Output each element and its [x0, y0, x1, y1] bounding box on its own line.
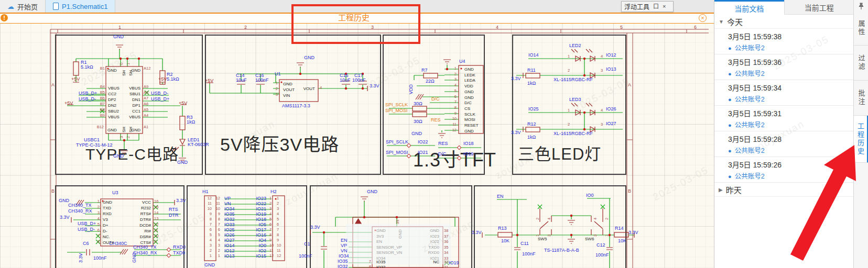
side-tab-3[interactable]: 批注: [854, 81, 868, 116]
document-tab[interactable]: P1.Schematic1: [46, 0, 115, 13]
history-item[interactable]: 3月5日 15:59:26●公共账号2: [714, 157, 854, 183]
eda-application-window: ☁开始页P1.Schematic1 浮动工具 口 × ! ×: [0, 0, 868, 268]
history-group-label: 昨天: [726, 184, 742, 195]
document-tab-label: 开始页: [17, 2, 38, 12]
document-tab[interactable]: ☁开始页: [0, 0, 46, 13]
document-tab-bar: ☁开始页P1.Schematic1: [0, 0, 714, 13]
history-item-author: ●公共账号2: [728, 119, 854, 129]
history-item-timestamp: 3月5日 15:59:31: [728, 108, 854, 118]
bullet-icon: ●: [728, 148, 732, 154]
alert-bar: ! ×: [0, 13, 714, 24]
restore-icon[interactable]: 口: [653, 4, 659, 9]
history-item-timestamp: 3月5日 15:59:26: [728, 159, 854, 170]
history-item-timestamp: 3月5日 15:59:36: [728, 57, 854, 67]
bullet-icon: ●: [728, 173, 732, 180]
panel-tab[interactable]: 当前工程: [784, 0, 854, 15]
history-item[interactable]: 3月5日 15:59:38●公共账号2: [714, 29, 854, 54]
side-tab-4[interactable]: 工程历史: [854, 116, 868, 163]
close-icon[interactable]: ×: [663, 4, 666, 9]
history-item-author: ●公共账号2: [728, 42, 854, 52]
history-item-timestamp: 3月5日 15:59:34: [728, 82, 854, 93]
history-panel: 当前文档当前工程 ▼今天3月5日 15:59:38●公共账号23月5日 15:5…: [714, 0, 854, 268]
alert-close-icon[interactable]: ×: [699, 14, 707, 22]
bullet-icon: ●: [728, 122, 732, 128]
cloud-icon: ☁: [7, 3, 14, 10]
floating-toolbar[interactable]: 浮动工具 口 ×: [621, 1, 674, 12]
history-panel-tabs: 当前文档当前工程: [714, 0, 854, 15]
history-group-header[interactable]: ▼今天: [714, 15, 854, 29]
side-tab-strip: 属性过滤批注工程历史: [853, 0, 868, 268]
bullet-icon: ●: [728, 71, 732, 77]
history-item[interactable]: 3月5日 15:59:31●公共账号2: [714, 106, 854, 131]
history-item-author: ●公共账号2: [728, 94, 854, 104]
schematic-canvas[interactable]: [0, 22, 714, 268]
history-item[interactable]: 3月5日 15:59:36●公共账号2: [714, 54, 854, 80]
history-item-author: ●公共账号2: [728, 145, 854, 155]
file-icon: [53, 3, 59, 10]
history-item[interactable]: 3月5日 15:59:34●公共账号2: [714, 80, 854, 106]
history-group-header[interactable]: ▶昨天: [714, 183, 854, 197]
history-item-author: ●公共账号2: [728, 171, 854, 181]
bullet-icon: ●: [728, 96, 732, 103]
history-list: ▼今天3月5日 15:59:38●公共账号23月5日 15:59:36●公共账号…: [714, 15, 854, 197]
pin-icon[interactable]: [858, 3, 864, 10]
history-item-timestamp: 3月5日 15:59:28: [728, 133, 854, 144]
history-item-author: ●公共账号2: [728, 68, 854, 78]
history-item-timestamp: 3月5日 15:59:38: [728, 31, 854, 41]
document-tab-label: P1.Schematic1: [62, 3, 107, 10]
caret-down-icon: ▼: [719, 19, 724, 25]
floating-toolbar-title: 浮动工具: [624, 2, 649, 11]
side-tab-2[interactable]: 过滤: [854, 46, 868, 81]
side-tab-1[interactable]: 属性: [854, 11, 868, 46]
history-group-label: 今天: [727, 16, 743, 27]
caret-right-icon: ▶: [719, 187, 723, 193]
history-item[interactable]: 3月5日 15:59:28●公共账号2: [714, 131, 854, 157]
warning-icon: !: [1, 14, 8, 21]
panel-tab[interactable]: 当前文档: [714, 0, 784, 15]
bullet-icon: ●: [728, 45, 732, 51]
